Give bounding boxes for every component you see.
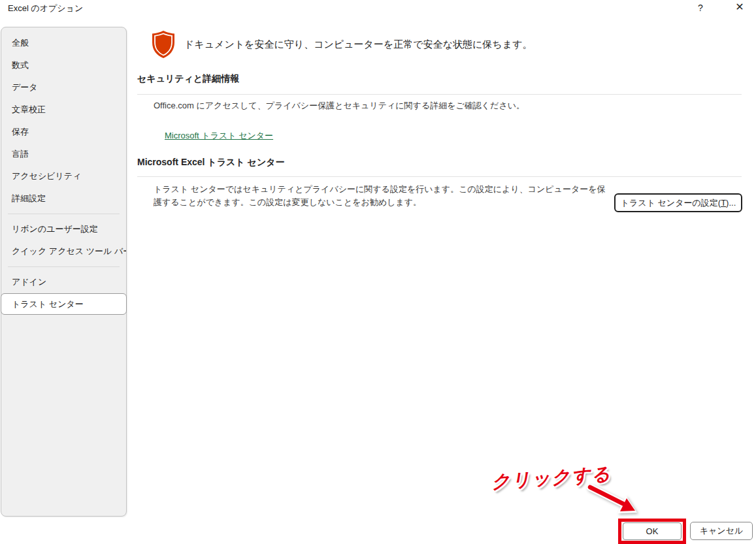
intro-text: ドキュメントを安全に守り、コンピューターを正常で安全な状態に保ちます。 [184,39,532,51]
trust-center-settings-accesskey: T [721,198,726,208]
microsoft-trust-center-link[interactable]: Microsoft トラスト センター [165,130,273,142]
sidebar-item-advanced[interactable]: 詳細設定 [1,187,126,210]
trust-section-heading: Microsoft Excel トラスト センター [137,157,285,168]
close-icon[interactable]: ✕ [731,0,748,14]
sidebar-item-formulas[interactable]: 数式 [1,54,126,76]
trust-center-settings-label-pre: トラスト センターの設定( [621,198,721,208]
security-section-body: Office.com にアクセスして、プライバシー保護とセキュリティに関する詳細… [154,99,525,112]
sidebar-item-save[interactable]: 保存 [1,121,126,143]
sidebar-item-quick-access-toolbar[interactable]: クイック アクセス ツール バー [1,240,126,263]
sidebar-item-proofing[interactable]: 文章校正 [1,99,126,121]
security-section-heading: セキュリティと詳細情報 [137,73,239,85]
annotation-arrow-icon [587,485,640,520]
trust-center-settings-label-post: )... [726,198,736,208]
section-divider [137,94,742,95]
sidebar-item-general[interactable]: 全般 [1,32,126,54]
annotation-click-text: クリックする [491,462,612,495]
section-divider [137,176,742,177]
options-sidebar: 全般 数式 データ 文章校正 保存 言語 アクセシビリティ 詳細設定 リボンのユ… [1,27,127,517]
sidebar-item-accessibility[interactable]: アクセシビリティ [1,165,126,187]
sidebar-item-customize-ribbon[interactable]: リボンのユーザー設定 [1,218,126,240]
shield-icon [151,30,176,59]
help-icon[interactable]: ? [693,1,708,15]
cancel-button[interactable]: キャンセル [690,522,753,540]
ok-button[interactable]: OK [623,522,682,540]
sidebar-item-data[interactable]: データ [1,76,126,99]
excel-options-dialog: { "window": { "title": "Excel のオプション" },… [0,0,756,544]
sidebar-divider [8,214,120,214]
sidebar-divider [8,266,120,267]
sidebar-item-language[interactable]: 言語 [1,143,126,165]
intro-row: ドキュメントを安全に守り、コンピューターを正常で安全な状態に保ちます。 [151,30,532,59]
dialog-title: Excel のオプション [8,3,83,14]
sidebar-item-trust-center[interactable]: トラスト センター [1,293,127,315]
sidebar-item-add-ins[interactable]: アドイン [1,271,126,293]
trust-center-settings-button[interactable]: トラスト センターの設定(T)... [614,193,742,212]
trust-section-body: トラスト センターではセキュリティとプライバシーに関する設定を行います。この設定… [154,183,611,209]
